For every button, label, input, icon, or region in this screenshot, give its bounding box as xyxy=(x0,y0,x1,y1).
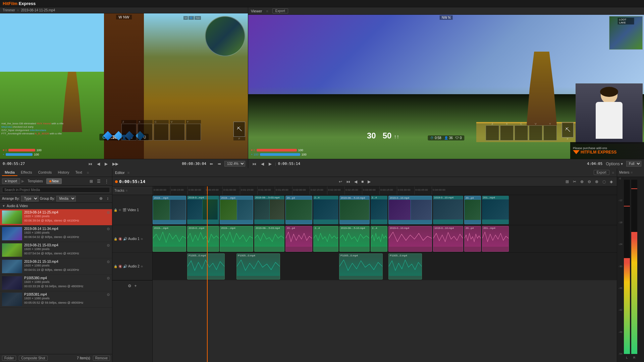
tab-text[interactable]: Text xyxy=(73,169,85,176)
audio2-clip-4[interactable]: P1005...0.mp4 xyxy=(388,253,422,280)
video-clip-11[interactable]: 20...p4 xyxy=(464,196,481,224)
media-gear-3[interactable]: ⚙ xyxy=(107,260,110,264)
audio1-clip-3[interactable]: 2019-...mp4 xyxy=(220,226,253,252)
media-item-4[interactable]: P1005380.mp4 644 × 362 pixels 00:03:33… xyxy=(0,275,112,291)
viewer-skip-start[interactable]: ⏮ xyxy=(251,161,258,167)
viewer-play-pause[interactable]: ▶ xyxy=(267,161,273,167)
video-clip-8[interactable]: 2...4 xyxy=(371,196,387,224)
trimmer-play-fwd[interactable]: ▶▶ xyxy=(111,161,120,167)
track-add-button[interactable]: + xyxy=(133,283,138,289)
footer-composite-button[interactable]: Composite Shot xyxy=(19,356,47,361)
track-settings-button[interactable]: ⚙ xyxy=(126,283,133,289)
video-clip-12[interactable]: 201...mp4 xyxy=(482,196,509,224)
audio1-clip-9[interactable]: 2019-0...10.mp4 xyxy=(388,226,432,252)
tab-history[interactable]: History xyxy=(55,169,72,176)
audio1-clip-1[interactable]: 2019-...mp4 xyxy=(153,226,186,252)
video-track-eye[interactable]: 👁 xyxy=(118,208,121,212)
sort-button[interactable]: ↕ xyxy=(105,195,110,201)
trimmer-skip-back[interactable]: ⏮ xyxy=(87,161,94,167)
grid-view-button[interactable]: ⊞ xyxy=(88,178,94,184)
trimmer-zoom-select[interactable]: 132.4% xyxy=(224,161,245,167)
video-clip-5[interactable]: 20...p4 xyxy=(285,196,312,224)
audio1-clip-6[interactable]: 2...4 xyxy=(313,226,338,252)
media-item-1[interactable]: 2019-08-14 11-34.mp4 644 × 362 pixels … xyxy=(0,226,112,242)
viewer-step-back[interactable]: ◀ xyxy=(260,161,265,167)
trimmer-controls: 0:00:55:27 ⏮ ◀ ▶ ▶▶ 00:08:30:04 ⬅ ➡ 132.… xyxy=(0,159,248,168)
group-by-select[interactable]: Media xyxy=(56,196,76,201)
audio2-track-mute[interactable]: 🔇 xyxy=(118,265,122,268)
editor-undo[interactable]: ↩ xyxy=(337,179,343,185)
video-clip-3[interactable]: 2019-...mp4 xyxy=(220,196,253,224)
templates-button[interactable]: Templates xyxy=(25,179,45,184)
media-item-0[interactable]: 2019-08-14 11-25.mp4 644 × 362 pixels … xyxy=(0,209,112,226)
trimmer-filename: 2019-08-14 11-25.mp4 xyxy=(21,8,55,12)
editor-more5[interactable]: ◈ xyxy=(608,179,614,185)
media-section-header-audio-video[interactable]: ▼ Audio & Video xyxy=(0,203,112,209)
viewer-zoom-select[interactable]: Full xyxy=(626,161,641,167)
tab-media[interactable]: Media xyxy=(2,169,17,176)
media-item-3[interactable]: 2019-08-21 15-10.mp4 644 × 362 pixels … xyxy=(0,258,112,275)
viewer-options-button[interactable]: Options ▾ xyxy=(604,161,624,167)
editor-snap[interactable]: ⊞ xyxy=(564,179,570,185)
editor-stop[interactable]: ■ xyxy=(360,179,365,185)
audio2-clip-2[interactable]: P1005...0.mp4 xyxy=(236,253,280,280)
footer-remove-button[interactable]: Remove xyxy=(93,356,110,361)
audio2-clip-3[interactable]: P1005...0.mp4 xyxy=(339,253,383,280)
audio1-clip-5[interactable]: 20...p4 xyxy=(285,226,312,252)
media-gear-1[interactable]: ⚙ xyxy=(107,227,110,231)
editor-play-back[interactable]: ◀ xyxy=(353,179,359,185)
video-clip-6[interactable]: 2...4 xyxy=(313,196,338,224)
import-button[interactable]: ▾ Import xyxy=(2,178,20,184)
editor-razor[interactable]: ✂ xyxy=(572,179,578,185)
video-clip-10[interactable]: 1019-0...10.mp4 xyxy=(433,196,463,224)
video-clip-7[interactable]: 2019-08-...5-10.mp4 xyxy=(339,196,370,224)
editor-more1[interactable]: ⊕ xyxy=(579,179,585,185)
audio1-track-mute[interactable]: 🔇 xyxy=(118,237,122,241)
media-item-2[interactable]: 2019-08-21 15-03.mp4 644 × 362 pixels … xyxy=(0,242,112,258)
video-clip-9[interactable]: 2019-0...10.mp4 xyxy=(388,196,432,224)
arrange-by-select[interactable]: Type xyxy=(21,196,39,201)
audio1-clip-10[interactable]: 1019-0...10.mp4 xyxy=(433,226,463,252)
list-view-button[interactable]: ☰ xyxy=(96,178,102,184)
audio1-clip-2[interactable]: 2019-0...mp4 xyxy=(187,226,219,252)
audio1-clip-11[interactable]: 20...p4 xyxy=(464,226,481,252)
audio2-clip-1[interactable]: P1005...0.mp4 xyxy=(187,253,225,280)
filter-button[interactable]: ⊕ xyxy=(98,195,104,201)
video-clip-2[interactable]: 2019-0...mp4 xyxy=(187,196,219,224)
new-button[interactable]: New xyxy=(46,178,62,184)
audio1-clip-7[interactable]: 2019-08-...5-10.mp4 xyxy=(339,226,370,252)
media-filename-5: P1005381.mp4 xyxy=(24,293,105,296)
trimmer-play-back[interactable]: ◀ xyxy=(96,161,101,167)
timeline-content[interactable]: 0:00:00:00 0:00:15:00 0:00:30:00 0:00:45… xyxy=(153,186,617,362)
editor-play[interactable]: ▶ xyxy=(366,179,372,185)
media-gear-4[interactable]: ⚙ xyxy=(107,276,110,281)
audio1-eq-button[interactable]: ≋ xyxy=(141,237,143,241)
tab-effects[interactable]: Effects xyxy=(18,169,35,176)
media-gear-5[interactable]: ⚙ xyxy=(107,293,110,297)
audio1-clip-4[interactable]: 2019-08-...5-03.mp4 xyxy=(254,226,284,252)
audio1-clip-8[interactable]: 2...4 xyxy=(371,226,387,252)
editor-export-button[interactable]: Export xyxy=(594,170,609,175)
video-clip-4[interactable]: 2019-08-...5-03.mp4 xyxy=(254,196,284,224)
video-track-lock[interactable]: 🔒 xyxy=(114,208,117,212)
media-gear-0[interactable]: ⚙ xyxy=(107,210,110,215)
audio1-clip-12[interactable]: 201...mp4 xyxy=(482,226,509,252)
footer-folder-button[interactable]: Folder xyxy=(2,356,16,361)
panel-menu-button[interactable]: ⋮ xyxy=(103,178,110,184)
audio1-track-lock[interactable]: 🔒 xyxy=(114,237,117,241)
viewer-export-button[interactable]: Export xyxy=(272,8,288,13)
media-gear-2[interactable]: ⚙ xyxy=(107,243,110,248)
editor-more2[interactable]: ⊖ xyxy=(586,179,592,185)
audio2-track-lock[interactable]: 🔒 xyxy=(114,265,117,268)
editor-more4[interactable]: ◌ xyxy=(601,179,607,185)
trimmer-in-point[interactable]: ⬅ xyxy=(208,161,214,167)
editor-prev-frame[interactable]: ⏮ xyxy=(345,179,352,185)
tab-controls[interactable]: Controls xyxy=(35,169,54,176)
video-clip-1[interactable]: 2019-...mp4 xyxy=(153,196,186,224)
search-input[interactable] xyxy=(2,187,110,193)
media-item-5[interactable]: P1005381.mp4 644 × 362 pixels 00:05:05… xyxy=(0,291,112,308)
audio2-eq-button[interactable]: ≋ xyxy=(141,265,143,268)
trimmer-out-point[interactable]: ➡ xyxy=(216,161,222,167)
trimmer-play[interactable]: ▶ xyxy=(103,161,109,167)
editor-more3[interactable]: ⊗ xyxy=(594,179,600,185)
